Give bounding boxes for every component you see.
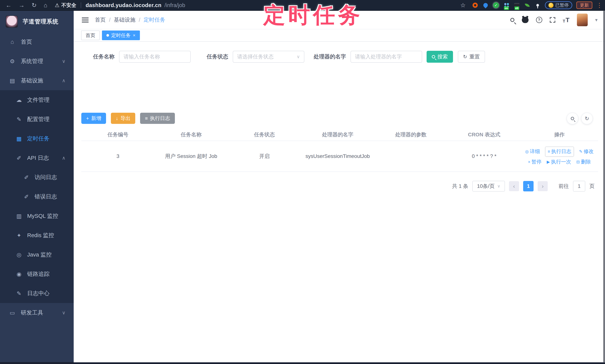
edit-icon: ✎ — [579, 148, 582, 155]
extension-leaf-icon[interactable] — [524, 2, 530, 8]
toolbar: + 新增 ↓ 导出 ≡ 执行日志 — [81, 113, 175, 124]
home-icon[interactable]: ⌂ — [44, 2, 47, 9]
close-icon: × — [528, 159, 530, 165]
tab-label: 首页 — [86, 32, 95, 39]
extension-pin-icon[interactable] — [535, 2, 541, 8]
paused-badge[interactable]: 已暂停 — [545, 1, 572, 9]
fullscreen-icon[interactable] — [550, 17, 555, 23]
sidebar-logo[interactable]: 芋道管理系统 — [0, 11, 74, 32]
sidebar-item-log-center[interactable]: ✎ 日志中心 — [0, 284, 74, 303]
sidebar-item-infrastructure[interactable]: ▤ 基础设施 ∧ — [0, 71, 74, 90]
column-header-id: 任务编号 — [81, 131, 155, 138]
security-chip[interactable]: ⚠ 不安全 — [55, 2, 76, 9]
search-button[interactable]: 搜索 — [427, 51, 453, 63]
back-icon[interactable]: ← — [6, 2, 12, 9]
search-icon[interactable] — [510, 18, 514, 22]
detail-link[interactable]: ◎ 详细 — [525, 148, 540, 156]
forward-icon[interactable]: → — [19, 2, 25, 9]
column-header-param: 处理器的参数 — [374, 131, 447, 138]
github-icon[interactable] — [522, 17, 528, 23]
breadcrumb-separator: / — [139, 17, 140, 23]
font-size-icon[interactable]: T T — [563, 16, 569, 24]
eye-icon: ◎ — [525, 148, 529, 155]
help-icon[interactable]: ? — [536, 17, 542, 23]
cloud-upload-icon: ☁ — [16, 97, 22, 103]
reload-icon[interactable]: ↻ — [32, 2, 37, 9]
sidebar-item-trace[interactable]: ◉ 链路追踪 — [0, 264, 74, 284]
url-path: /infra/job — [164, 2, 185, 8]
goto-page-input[interactable] — [573, 181, 585, 192]
edit-link[interactable]: ✎ 修改 — [579, 148, 594, 156]
run-once-label: 执行一次 — [551, 158, 571, 166]
cell-cron-expression: 0 * * * * ? * — [447, 152, 521, 160]
breadcrumb-home[interactable]: 首页 — [95, 16, 106, 24]
delete-label: 删除 — [581, 158, 591, 166]
job-name-label: 任务名称 — [93, 53, 115, 60]
browser-menu-icon[interactable]: ⋮ — [596, 2, 602, 9]
tab-home[interactable]: 首页 — [81, 30, 100, 40]
breadcrumb-current: 定时任务 — [144, 16, 165, 24]
sidebar-item-label: 日志中心 — [27, 290, 50, 297]
url-host: dashboard.yudao.iocoder.cn — [86, 2, 161, 8]
extension-blue-drop-icon[interactable] — [482, 2, 489, 8]
cell-job-id: 3 — [81, 152, 155, 160]
handler-name-label: 处理器的名字 — [314, 53, 346, 60]
monitor-icon: ◎ — [16, 251, 22, 258]
hamburger-icon[interactable] — [82, 17, 89, 23]
close-icon[interactable]: × — [133, 33, 135, 38]
play-icon: ▶ — [547, 159, 550, 165]
sidebar-item-label: Redis 监控 — [27, 232, 54, 239]
page-1-button[interactable]: 1 — [523, 181, 534, 191]
sidebar-item-api-log[interactable]: ✐ API 日志 ∧ — [0, 148, 74, 168]
sidebar-item-label: API 日志 — [27, 154, 49, 162]
job-status-select[interactable]: 请选择任务状态 ∨ — [233, 51, 304, 63]
sidebar-item-dev-tools[interactable]: ▭ 研发工具 ∨ — [0, 303, 74, 322]
extension-on-badge: on — [504, 7, 509, 10]
sidebar-item-redis-monitor[interactable]: ✦ Redis 监控 — [0, 226, 74, 245]
show-search-button[interactable] — [567, 113, 578, 124]
page-scrollbar[interactable] — [604, 11, 605, 362]
extension-eli-badge: eli — [514, 7, 519, 10]
extension-eli-icon[interactable]: eli — [514, 2, 520, 8]
warning-icon: ⚠ — [55, 2, 59, 8]
sidebar-item-config-management[interactable]: ✎ 配置管理 — [0, 110, 74, 129]
extension-orange-ring-icon[interactable] — [472, 2, 478, 8]
sidebar-item-access-log[interactable]: ✐ 访问日志 — [0, 168, 74, 187]
prev-page-button[interactable]: ‹ — [509, 181, 519, 191]
address-bar[interactable]: ⚠ 不安全 dashboard.yudao.iocoder.cn /infra/… — [55, 2, 185, 9]
user-avatar[interactable] — [577, 13, 588, 26]
job-name-input[interactable] — [119, 51, 191, 63]
update-button[interactable]: 更新 — [576, 1, 592, 9]
execution-log-button[interactable]: ≡ 执行日志 — [140, 113, 175, 124]
infrastructure-icon: ▤ — [9, 77, 16, 84]
sidebar-item-error-log[interactable]: ✐ 错误日志 — [0, 187, 74, 206]
tab-scheduled-jobs[interactable]: 定时任务 × — [102, 30, 140, 40]
chevron-down-icon: ∨ — [297, 54, 300, 59]
row-execution-log-link[interactable]: ≡ 执行日志 — [545, 147, 574, 156]
extension-green-check-icon[interactable]: ✓ — [493, 2, 499, 8]
sidebar-item-system-management[interactable]: ⚙ 系统管理 ∨ — [0, 52, 74, 71]
extension-grid-icon[interactable]: on — [503, 2, 510, 8]
chevron-up-icon: ∧ — [62, 78, 66, 83]
handler-name-input[interactable] — [351, 51, 422, 63]
page-size-select[interactable]: 10条/页 ∨ — [472, 181, 505, 192]
next-page-button[interactable]: › — [538, 181, 548, 191]
sidebar-item-file-management[interactable]: ☁ 文件管理 — [0, 90, 74, 110]
sidebar-item-java-monitor[interactable]: ◎ Java 监控 — [0, 245, 74, 264]
reset-button[interactable]: ↻ 重置 — [458, 51, 485, 63]
refresh-button[interactable]: ↻ — [581, 113, 593, 124]
sidebar-item-mysql-monitor[interactable]: ▥ MySQL 监控 — [0, 206, 74, 226]
sidebar-item-scheduled-jobs[interactable]: ▦ 定时任务 — [0, 129, 74, 148]
bookmark-star-icon[interactable]: ☆ — [460, 2, 466, 9]
add-button[interactable]: + 新增 — [81, 113, 106, 124]
run-once-link[interactable]: ▶ 执行一次 — [547, 158, 571, 166]
page-size-value: 10条/页 — [477, 183, 495, 190]
breadcrumb-infra[interactable]: 基础设施 — [114, 16, 135, 24]
export-button[interactable]: ↓ 导出 — [111, 113, 135, 124]
caret-down-icon[interactable]: ▾ — [595, 17, 598, 23]
sidebar-item-home[interactable]: ⌂ 首页 — [0, 32, 74, 52]
delete-link[interactable]: ⊟ 删除 — [576, 158, 591, 166]
table-header-row: 任务编号 任务名称 任务状态 处理器的名字 处理器的参数 CRON 表达式 操作 — [81, 129, 598, 141]
sidebar-item-label: 配置管理 — [27, 116, 50, 123]
pause-link[interactable]: × 暂停 — [528, 158, 541, 166]
